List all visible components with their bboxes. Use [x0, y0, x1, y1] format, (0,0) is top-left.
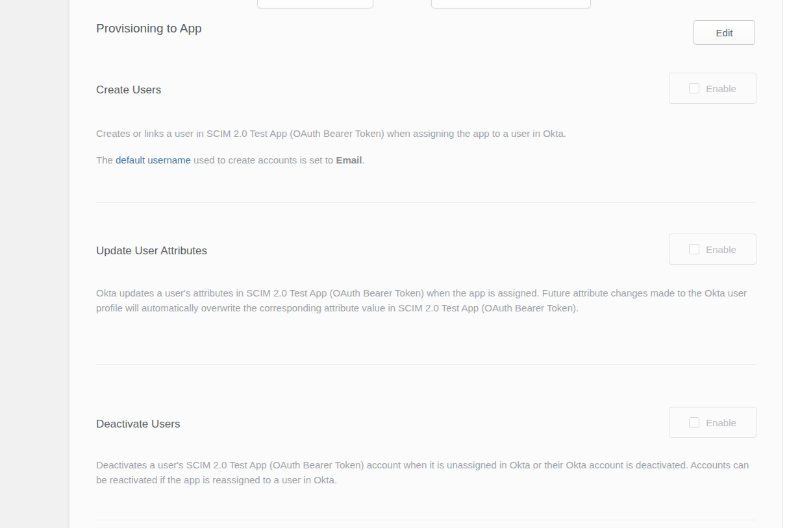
enable-label: Enable: [706, 244, 736, 255]
section-title-deactivate-users: Deactivate Users: [96, 418, 180, 431]
enable-toggle-create-users[interactable]: Enable: [669, 73, 756, 104]
enable-checkbox[interactable]: [689, 417, 699, 428]
username-line-suffix: .: [362, 154, 364, 165]
enable-toggle-update-user-attributes[interactable]: Enable: [669, 234, 756, 265]
username-line-prefix: The: [96, 154, 116, 165]
enable-label: Enable: [706, 417, 736, 428]
default-username-link[interactable]: default username: [116, 154, 191, 165]
section-divider: [96, 202, 756, 203]
create-users-description: Creates or links a user in SCIM 2.0 Test…: [96, 126, 758, 141]
page-title: Provisioning to App: [96, 21, 202, 36]
left-sidebar-rail: [0, 0, 69, 528]
enable-label: Enable: [706, 83, 736, 94]
username-value: Email: [336, 154, 362, 165]
update-user-attributes-description: Okta updates a user's attributes in SCIM…: [96, 285, 758, 315]
section-title-update-user-attributes: Update User Attributes: [96, 245, 207, 258]
deactivate-users-description: Deactivates a user's SCIM 2.0 Test App (…: [96, 457, 758, 487]
truncated-top-box-2[interactable]: [431, 0, 591, 8]
enable-toggle-deactivate-users[interactable]: Enable: [669, 407, 756, 438]
default-username-line: The default username used to create acco…: [96, 152, 758, 167]
section-divider: [96, 364, 756, 365]
truncated-top-box-1[interactable]: [257, 0, 373, 8]
provisioning-panel: Provisioning to App Edit Create Users En…: [70, 0, 783, 528]
enable-checkbox[interactable]: [689, 244, 699, 254]
edit-button[interactable]: Edit: [693, 20, 755, 45]
username-line-middle: used to create accounts is set to: [191, 154, 336, 165]
section-divider: [96, 520, 756, 520]
section-title-create-users: Create Users: [96, 84, 161, 97]
enable-checkbox[interactable]: [689, 83, 699, 93]
